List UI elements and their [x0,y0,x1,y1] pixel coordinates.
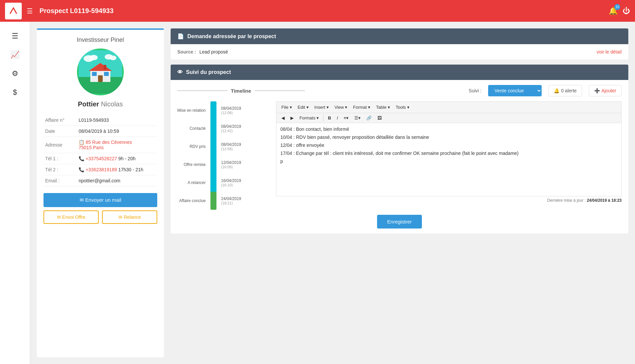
table-row: Affaire n° L0119-594933 [43,115,157,126]
field-value: 08/04/2019 à 10:59 [77,126,157,137]
menu-toggle[interactable]: ☰ [27,7,33,15]
tl-date-item: 16/04/2019(16:10) [218,174,241,192]
undo-button[interactable]: ◀ [279,114,287,121]
svg-rect-11 [92,72,97,76]
insert-menu[interactable]: Insert ▾ [312,104,331,111]
tl-bar-segment [210,138,216,156]
voir-detail-link[interactable]: voir le détail [597,49,622,55]
tl-bar-segment [210,174,216,192]
field-label: Affaire n° [43,115,77,126]
formats-dropdown[interactable]: Formats ▾ [297,114,321,121]
relance-button[interactable]: ✉ Relance [102,210,157,224]
tl-label-item: Offre remise [177,156,208,174]
info-table: Affaire n° L0119-594933 Date 08/04/2019 … [43,115,157,186]
right-panel: 📄 Demande adressée par le prospect Sourc… [171,28,628,357]
editor-menu-bar: File ▾ Edit ▾ Insert ▾ View ▾ Format ▾ T… [276,101,622,113]
layout: ☰ 📈 ⚙ $ Investisseur Pinel [0,22,635,364]
file-menu[interactable]: File ▾ [279,104,294,111]
timeline-bar [208,101,218,210]
tools-menu[interactable]: Tools ▾ [393,104,412,111]
table-row: Date 08/04/2019 à 10:59 [43,126,157,137]
table-menu[interactable]: Table ▾ [374,104,392,111]
tl-date-item: 24/04/2019(18:21) [218,192,241,210]
power-icon[interactable]: ⏻ [623,7,630,15]
logo[interactable] [5,3,22,19]
bold-button[interactable]: B [326,114,333,121]
suivi-select[interactable]: Vente conclue [488,85,542,96]
alerte-button[interactable]: 🔔 0 alerte [548,85,582,96]
field-label: Tél 1 : [43,153,77,164]
demande-card: 📄 Demande adressée par le prospect Sourc… [171,28,628,60]
prospect-firstname: Nicolas [101,100,123,108]
redo-button[interactable]: ▶ [288,114,296,121]
tl-label-item: RDV pris [177,138,208,156]
timeline-visual: Mise en relation Contacté RDV pris Offre… [177,101,271,210]
navbar: ☰ Prospect L0119-594933 🔔 10 ⏻ [0,0,635,22]
suivi-card: 👁 Suivi du prospect Timeline Suivi : Ven… [171,65,628,234]
table-row: Adresse 📋 85 Rue des Cévennes75015 Paris [43,137,157,153]
suivi-body: Timeline Suivi : Vente conclue 🔔 0 alert… [171,80,628,234]
envoi-offre-button[interactable]: ✉ Envoi Offre [43,210,99,224]
sidebar-item-settings[interactable]: ⚙ [12,69,18,78]
suivi-header: 👁 Suivi du prospect [171,65,628,80]
tl-label-item: Mise en relation [177,101,208,119]
format-menu[interactable]: Format ▾ [351,104,373,111]
svg-point-4 [90,55,98,60]
prospect-card: Investisseur Pinel [37,28,164,357]
phone2-hours: 17h30 - 21h [118,167,144,172]
demande-header: 📄 Demande adressée par le prospect [171,28,628,44]
numbered-list-button[interactable]: ☰▾ [352,114,363,121]
send-mail-button[interactable]: ✉ Envoyer un mail [43,193,157,207]
last-update-value: 24/04/2019 à 18:23 [587,198,622,203]
link-button[interactable]: 🔗 [364,114,374,121]
field-value: 📞 +33754528227 9h - 20h [77,153,157,164]
field-label: Tél 2 : [43,164,77,175]
view-menu[interactable]: View ▾ [332,104,350,111]
tl-date-item: 08/04/2019(12:42) [218,119,241,138]
address-link[interactable]: 📋 85 Rue des Cévennes75015 Paris [79,140,132,150]
editor-toolbar-row2: ◀ ▶ Formats ▾ B I ≡▾ ☰▾ 🔗 🖼 [276,113,622,123]
ajouter-label: Ajouter [602,88,616,93]
sidebar-item-finance[interactable]: $ [13,88,17,97]
edit-menu[interactable]: Edit ▾ [295,104,311,111]
toolbar-menu: File ▾ Edit ▾ Insert ▾ View ▾ Format ▾ T… [279,104,412,111]
phone1-hours: 9h - 20h [118,156,135,161]
demande-body: Source : Lead proposé voir le détail [171,44,628,60]
suivi-controls: Timeline Suivi : Vente conclue 🔔 0 alert… [177,85,622,96]
phone1[interactable]: 📞 +33754528227 [79,156,117,161]
editor-line: 08/04 : Bon contact, bien informé [280,126,617,132]
table-row: Email : npottier@gmail.com [43,175,157,186]
editor-wrapper: File ▾ Edit ▾ Insert ▾ View ▾ Format ▾ T… [276,101,622,210]
enregistrer-button[interactable]: Enregistrer [377,215,422,229]
demande-title: Demande adressée par le prospect [187,33,276,39]
tl-date-item: 08/04/2019(12:58) [218,138,241,156]
image-button[interactable]: 🖼 [375,114,384,121]
page-title: Prospect L0119-594933 [39,7,609,15]
source-value: Lead proposé [199,49,228,55]
editor-line: 12/04 : offre envoyée [280,143,617,148]
sidebar-item-chart[interactable]: 📈 [10,51,19,59]
prospect-name: Pottier Nicolas [78,100,123,108]
timeline: Mise en relation Contacté RDV pris Offre… [177,101,271,210]
avatar [77,49,124,95]
bell-icon: 🔔 [554,88,559,93]
tl-date-item: 08/04/2019(12:08) [218,101,241,119]
field-value: npottier@gmail.com [77,175,157,186]
editor-cursor: p [280,159,617,164]
sidebar-item-list[interactable]: ☰ [12,32,18,40]
ajouter-button[interactable]: ➕ Ajouter [589,85,622,96]
tl-label-item: A relancer [177,174,208,192]
suivi-title: Suivi du prospect [186,69,231,75]
btn-row: ✉ Envoi Offre ✉ Relance [43,210,157,224]
source-label: Source : [177,49,196,55]
field-value: L0119-594933 [77,115,157,126]
bell-icon[interactable]: 🔔 10 [609,7,618,15]
last-update-label: Dernière mise à jour : [547,198,586,203]
editor-area[interactable]: 08/04 : Bon contact, bien informé 10/04 … [276,123,622,196]
bullet-list-button[interactable]: ≡▾ [341,114,351,121]
phone2[interactable]: 📞 +33623819189 [79,167,117,172]
italic-button[interactable]: I [335,114,341,121]
table-row: Tél 2 : 📞 +33623819189 17h30 - 21h [43,164,157,175]
eye-icon: 👁 [177,69,183,75]
svg-rect-12 [104,72,109,76]
